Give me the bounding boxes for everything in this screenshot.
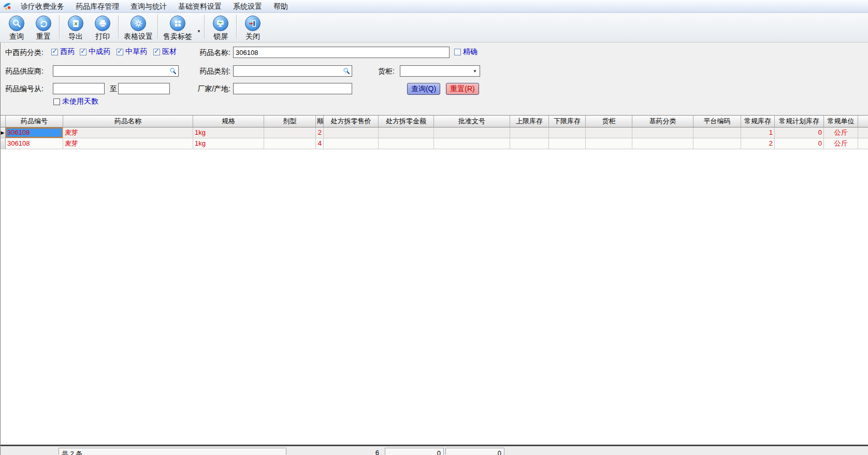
column-header-0[interactable] <box>0 116 6 127</box>
menu-item-help[interactable]: 帮助 <box>268 1 294 12</box>
search-icon <box>9 16 24 31</box>
grid-cell[interactable]: 1kg <box>193 127 264 138</box>
drug-name-input[interactable] <box>233 47 450 58</box>
menu-item-system-settings[interactable]: 系统设置 <box>227 1 268 12</box>
sell-label-dropdown-arrow-icon[interactable]: ▼ <box>197 22 201 34</box>
lookup-magnifier-icon[interactable] <box>343 67 350 75</box>
grid-cell[interactable] <box>510 127 549 138</box>
check-icon: ✓ <box>117 47 123 55</box>
grid-cell[interactable]: 麦芽 <box>63 138 193 149</box>
grid-cell[interactable] <box>858 127 868 138</box>
table-row[interactable]: 306108麦芽1kg420公斤 <box>0 138 868 149</box>
app-logo-icon <box>3 2 12 11</box>
grid-cell[interactable] <box>264 127 316 138</box>
column-header-7[interactable]: 处方拆零金额 <box>379 116 434 127</box>
column-header-16[interactable]: 常规单位 <box>824 116 858 127</box>
supplier-input[interactable] <box>53 65 179 77</box>
toolbar-button-lock-screen[interactable]: 锁屏 <box>207 13 234 41</box>
menu-item-query-statistics[interactable]: 查询与统计 <box>125 1 172 12</box>
reset-button[interactable]: 重置(R) <box>446 83 479 95</box>
column-header-9[interactable]: 上限库存 <box>510 116 549 127</box>
grid-cell[interactable] <box>632 138 693 149</box>
row-selector[interactable] <box>0 138 6 149</box>
lookup-magnifier-icon[interactable] <box>169 67 177 75</box>
checkbox-unused-days[interactable]: 未使用天数 <box>53 97 98 106</box>
grid-cell[interactable] <box>693 138 741 149</box>
grid-cell[interactable] <box>434 138 510 149</box>
grid-cell[interactable] <box>324 138 379 149</box>
menu-item-treatment-billing[interactable]: 诊疗收费业务 <box>15 1 70 12</box>
grid-cell[interactable] <box>434 127 510 138</box>
code-from-input[interactable] <box>53 83 105 94</box>
column-header-8[interactable]: 批准文号 <box>434 116 510 127</box>
column-header-11[interactable]: 货柜 <box>586 116 632 127</box>
column-header-5[interactable]: 顺 <box>316 116 324 127</box>
toolbar-button-export[interactable]: X 导出 <box>62 13 89 41</box>
grid-cell[interactable] <box>549 138 586 149</box>
grid-cell[interactable] <box>324 127 379 138</box>
checkbox-medical-material[interactable]: ✓ 医材 <box>153 47 177 56</box>
grid-cell[interactable]: 2 <box>741 138 775 149</box>
grid-cell[interactable]: 0 <box>775 127 824 138</box>
toolbar-button-reset[interactable]: 重置 <box>30 13 57 41</box>
menu-item-drug-inventory[interactable]: 药品库存管理 <box>70 1 125 12</box>
checkbox-chinese-herbal-medicine[interactable]: ✓ 中草药 <box>117 47 147 56</box>
grid-cell[interactable]: 1kg <box>193 138 264 149</box>
column-header-12[interactable]: 基药分类 <box>632 116 693 127</box>
grid-cell[interactable]: 0 <box>775 138 824 149</box>
column-header-13[interactable]: 平台编码 <box>693 116 741 127</box>
toolbar-button-query[interactable]: 查询 <box>3 13 30 41</box>
toolbar-button-sell-label[interactable]: 售卖标签 <box>161 13 195 41</box>
grid-cell[interactable]: 306108 <box>6 138 63 149</box>
checkbox-label: 精确 <box>463 47 478 56</box>
grid-cell[interactable] <box>586 138 632 149</box>
row-selector[interactable]: ▶ <box>0 127 6 138</box>
column-header-4[interactable]: 剂型 <box>264 116 316 127</box>
grid-cell[interactable] <box>858 138 868 149</box>
table-row[interactable]: ▶306108麦芽1kg210公斤 <box>0 127 868 138</box>
grid-cell[interactable] <box>632 127 693 138</box>
column-header-3[interactable]: 规格 <box>193 116 264 127</box>
column-header-6[interactable]: 处方拆零售价 <box>324 116 379 127</box>
checkbox-exact[interactable]: 精确 <box>454 47 478 56</box>
grid-cell[interactable] <box>549 127 586 138</box>
code-to-input[interactable] <box>118 83 170 94</box>
drug-type-input[interactable] <box>233 65 352 77</box>
toolbar-button-label: 打印 <box>95 32 110 41</box>
query-button[interactable]: 查询(Q) <box>407 83 440 95</box>
column-header-17[interactable]: 拆 <box>858 116 868 127</box>
column-header-1[interactable]: 药品编号 <box>6 116 63 127</box>
checkbox-box: ✓ <box>51 49 58 55</box>
toolbar-button-close[interactable]: 关闭 <box>239 13 266 41</box>
grid-cell[interactable] <box>693 127 741 138</box>
column-header-2[interactable]: 药品名称 <box>63 116 193 127</box>
cabinet-select[interactable]: ▼ <box>400 65 480 77</box>
checkbox-chinese-patent-medicine[interactable]: ✓ 中成药 <box>80 47 110 56</box>
grid-cell[interactable] <box>264 138 316 149</box>
toolbar-button-print[interactable]: 打印 <box>89 13 116 41</box>
checkbox-western-medicine[interactable]: ✓ 西药 <box>51 47 75 56</box>
grid-cell[interactable] <box>379 127 434 138</box>
grid-cell[interactable]: 麦芽 <box>63 127 193 138</box>
toolbar-button-label: 导出 <box>68 32 83 41</box>
column-header-14[interactable]: 常规库存 <box>741 116 775 127</box>
exit-icon <box>245 16 261 31</box>
grid-cell[interactable]: 公斤 <box>824 127 858 138</box>
toolbar-button-table-settings[interactable]: 表格设置 <box>121 13 155 41</box>
grid-cell[interactable]: 1 <box>741 127 775 138</box>
grid-cell[interactable]: 306108 <box>6 127 63 138</box>
grid-cell[interactable]: 4 <box>316 138 324 149</box>
grid-cell[interactable]: 2 <box>316 127 324 138</box>
grid-cell[interactable] <box>379 138 434 149</box>
menu-item-base-data-settings[interactable]: 基础资料设置 <box>172 1 227 12</box>
grid-cell[interactable]: 公斤 <box>824 138 858 149</box>
grid-cell[interactable] <box>510 138 549 149</box>
lock-screen-icon <box>213 16 228 31</box>
manufacturer-input[interactable] <box>233 83 352 94</box>
grid-cell[interactable] <box>586 127 632 138</box>
status-value-b-panel: 0 <box>385 448 444 455</box>
column-header-15[interactable]: 常规计划库存 <box>775 116 824 127</box>
check-icon: ✓ <box>154 47 160 55</box>
column-header-10[interactable]: 下限库存 <box>549 116 586 127</box>
code-from-label: 药品编号从: <box>5 84 44 94</box>
